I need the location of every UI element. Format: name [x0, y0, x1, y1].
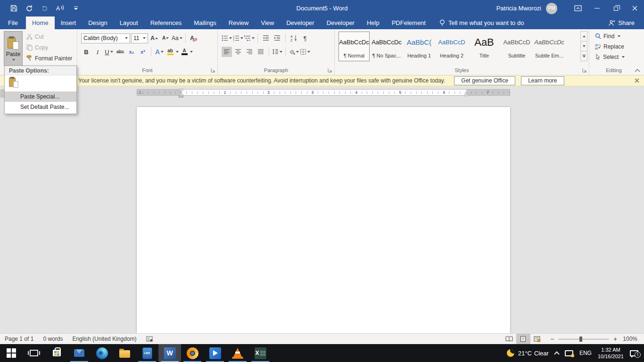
copy-button[interactable]: Copy: [26, 43, 72, 52]
restore-button[interactable]: [606, 0, 625, 16]
set-default-paste-menu-item[interactable]: Set Default Paste...: [5, 102, 76, 112]
tab-developer-1[interactable]: Developer: [280, 16, 320, 29]
tab-insert[interactable]: Insert: [55, 16, 83, 29]
tab-view[interactable]: View: [255, 16, 280, 29]
edge-button[interactable]: [91, 344, 113, 362]
display-input-indicator-icon[interactable]: [565, 350, 573, 356]
format-painter-button[interactable]: Format Painter: [26, 54, 72, 63]
tab-developer-2[interactable]: Developer: [321, 16, 361, 29]
tab-mailings[interactable]: Mailings: [188, 16, 223, 29]
close-button[interactable]: [625, 0, 644, 16]
file-explorer-button[interactable]: [113, 344, 136, 362]
excel-taskbar-button[interactable]: X: [249, 344, 272, 362]
learn-more-button[interactable]: Learn more: [521, 76, 564, 85]
sort-button[interactable]: AZ: [289, 33, 299, 43]
font-size-combobox[interactable]: 11: [131, 33, 148, 43]
style-heading-1[interactable]: AaBbC(Heading 1: [404, 32, 435, 61]
minimize-button[interactable]: [587, 0, 606, 16]
paste-special-menu-item[interactable]: Paste Special...: [5, 91, 76, 102]
redo-icon[interactable]: [25, 4, 33, 13]
italic-button[interactable]: I: [92, 47, 103, 57]
keyboard-language[interactable]: ENG: [579, 350, 592, 356]
customize-quick-access-icon[interactable]: [72, 4, 80, 13]
tab-layout[interactable]: Layout: [114, 16, 144, 29]
orange-app-button[interactable]: [181, 344, 204, 362]
styles-dialog-launcher[interactable]: [582, 68, 587, 73]
word-count[interactable]: 0 words: [38, 334, 67, 344]
tab-home[interactable]: Home: [26, 16, 55, 29]
movies-tv-button[interactable]: [204, 344, 226, 362]
horizontal-ruler[interactable]: 1 1 2 3 4 5 6 7: [137, 89, 510, 96]
align-center-button[interactable]: [233, 47, 243, 57]
cut-button[interactable]: Cut: [26, 32, 72, 41]
style-heading-2[interactable]: AaBbCcDHeading 2: [436, 32, 467, 61]
action-center-icon[interactable]: 1: [630, 350, 638, 356]
font-dialog-launcher[interactable]: [211, 68, 215, 73]
language-indicator[interactable]: English (United Kingdom): [67, 334, 141, 344]
clear-formatting-button[interactable]: A: [189, 33, 199, 43]
microsoft-store-button[interactable]: [45, 344, 68, 362]
document-page[interactable]: [137, 107, 510, 333]
bullets-button[interactable]: [222, 33, 232, 43]
tab-file[interactable]: File: [0, 16, 26, 29]
styles-gallery-more-button[interactable]: [580, 51, 587, 61]
subscript-button[interactable]: x₂: [126, 47, 137, 57]
decrease-indent-button[interactable]: [261, 33, 271, 43]
get-genuine-office-button[interactable]: Get genuine Office: [454, 76, 515, 85]
select-button[interactable]: Select: [595, 53, 625, 60]
collapse-ribbon-button[interactable]: [635, 69, 640, 72]
user-name[interactable]: Patricia Mworozi: [496, 5, 541, 11]
user-avatar[interactable]: PM: [546, 3, 557, 14]
weather-widget[interactable]: 21°CClear: [507, 349, 549, 357]
paste-button[interactable]: Paste: [4, 31, 23, 66]
align-right-button[interactable]: [244, 47, 255, 57]
shrink-font-button[interactable]: A: [160, 33, 171, 43]
proofing-status-icon[interactable]: [141, 334, 158, 344]
style-no-spacing[interactable]: AaBbCcDc¶ No Spac...: [371, 32, 402, 61]
borders-button[interactable]: [300, 47, 310, 57]
share-button[interactable]: Share: [609, 16, 644, 29]
start-button[interactable]: [0, 344, 23, 362]
show-hide-pilcrow-button[interactable]: ¶: [300, 33, 310, 43]
multilevel-list-button[interactable]: [244, 33, 255, 43]
increase-indent-button[interactable]: [272, 33, 282, 43]
tab-help[interactable]: Help: [361, 16, 386, 29]
replace-button[interactable]: abac Replace: [595, 43, 625, 50]
print-layout-button[interactable]: [516, 334, 530, 344]
style-subtle-emphasis[interactable]: AaBbCcDcSubtle Em...: [534, 32, 565, 61]
tab-references[interactable]: References: [144, 16, 188, 29]
vlc-button[interactable]: [226, 344, 249, 362]
mail-button[interactable]: [68, 344, 91, 362]
strikethrough-button[interactable]: abc: [115, 47, 125, 57]
read-mode-button[interactable]: [502, 334, 516, 344]
style-title[interactable]: AaBTitle: [469, 32, 500, 61]
line-spacing-button[interactable]: [272, 47, 282, 57]
keep-source-formatting-option[interactable]: [9, 78, 20, 89]
tab-pdfelement[interactable]: PDFelement: [386, 16, 432, 29]
right-indent-marker[interactable]: [464, 93, 469, 96]
show-hidden-icons-chevron[interactable]: [554, 351, 559, 356]
lms-app-button[interactable]: LMS: [136, 344, 158, 362]
web-layout-button[interactable]: [530, 334, 545, 344]
save-icon[interactable]: [9, 4, 18, 13]
read-aloud-icon[interactable]: A: [56, 4, 65, 13]
font-color-button[interactable]: A: [180, 47, 193, 57]
tell-me-box[interactable]: Tell me what you want to do: [439, 16, 524, 29]
zoom-slider[interactable]: [558, 336, 609, 342]
bold-button[interactable]: B: [81, 47, 91, 57]
notification-close-icon[interactable]: [634, 77, 640, 84]
page-indicator[interactable]: Page 1 of 1: [0, 334, 38, 344]
clock[interactable]: 1:32 AM 10/16/2021: [598, 346, 624, 360]
numbering-button[interactable]: 123: [233, 33, 243, 43]
task-view-button[interactable]: [23, 344, 45, 362]
text-effects-button[interactable]: A: [154, 47, 165, 57]
zoom-level[interactable]: 100%: [623, 336, 644, 342]
align-left-button[interactable]: [222, 47, 232, 57]
style-subtitle[interactable]: AaBbCcDSubtitle: [501, 32, 532, 61]
underline-button[interactable]: U: [104, 47, 114, 57]
ribbon-display-options-icon[interactable]: [569, 0, 587, 16]
tab-review[interactable]: Review: [223, 16, 255, 29]
shading-button[interactable]: [289, 47, 299, 57]
superscript-button[interactable]: x²: [138, 47, 148, 57]
undo-icon[interactable]: [41, 4, 49, 13]
